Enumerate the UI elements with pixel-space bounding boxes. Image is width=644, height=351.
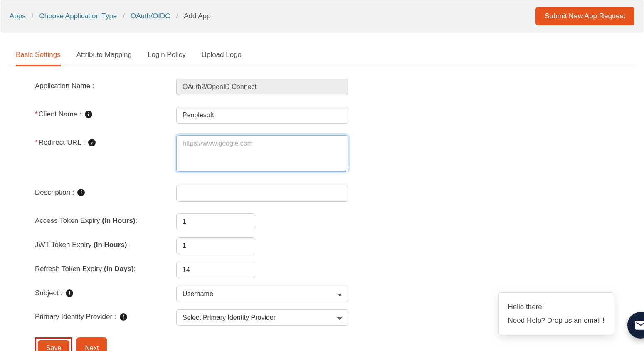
- label-application-name: Application Name :: [35, 79, 176, 90]
- breadcrumb-sep: /: [32, 12, 34, 20]
- application-name-value: OAuth2/OpenID Connect: [176, 79, 348, 95]
- label-redirect-url: *Redirect-URL : i: [35, 135, 176, 147]
- breadcrumb-choose-app-type[interactable]: Choose Application Type: [39, 12, 117, 20]
- save-button[interactable]: Save: [38, 340, 69, 351]
- access-token-expiry-input[interactable]: [176, 213, 255, 230]
- label-refresh-token-expiry: Refresh Token Expiry (In Days):: [35, 262, 176, 273]
- info-icon[interactable]: i: [77, 189, 85, 196]
- save-highlight: Save: [35, 337, 72, 351]
- tab-basic-settings[interactable]: Basic Settings: [16, 51, 61, 66]
- subject-select[interactable]: Username: [176, 286, 348, 302]
- tab-upload-logo[interactable]: Upload Logo: [202, 51, 242, 66]
- tab-login-policy[interactable]: Login Policy: [148, 51, 186, 66]
- mail-icon: [634, 319, 644, 332]
- breadcrumb-sep: /: [123, 12, 125, 20]
- refresh-token-expiry-input[interactable]: [176, 262, 255, 278]
- chat-line-2: Need Help? Drop us an email !: [508, 314, 605, 327]
- jwt-token-expiry-input[interactable]: [176, 237, 255, 254]
- breadcrumb-oauth-oidc[interactable]: OAuth/OIDC: [131, 12, 170, 20]
- chat-line-1: Hello there!: [508, 300, 605, 314]
- label-jwt-token-expiry: JWT Token Expiry (In Hours):: [35, 237, 176, 249]
- button-row: Save Next: [8, 337, 636, 351]
- description-input[interactable]: [176, 185, 348, 202]
- breadcrumb-bar: Apps / Choose Application Type / OAuth/O…: [1, 0, 643, 32]
- info-icon[interactable]: i: [66, 289, 73, 297]
- breadcrumb-apps[interactable]: Apps: [10, 12, 26, 20]
- next-button[interactable]: Next: [76, 337, 107, 351]
- info-icon[interactable]: i: [88, 139, 96, 146]
- info-icon[interactable]: i: [120, 313, 127, 321]
- breadcrumb: Apps / Choose Application Type / OAuth/O…: [10, 12, 210, 20]
- label-client-name: *Client Name : i: [35, 107, 176, 119]
- label-subject: Subject : i: [35, 286, 176, 297]
- chat-popup: Hello there! Need Help? Drop us an email…: [498, 292, 614, 335]
- primary-idp-select[interactable]: Select Primary Identity Provider: [176, 309, 348, 326]
- redirect-url-textarea[interactable]: <span class="blurred-text"></span>: [176, 135, 348, 172]
- tabs: Basic Settings Attribute Mapping Login P…: [8, 51, 636, 66]
- breadcrumb-sep: /: [176, 12, 178, 20]
- info-icon[interactable]: i: [85, 111, 92, 118]
- required-marker: *: [35, 110, 38, 119]
- breadcrumb-current: Add App: [184, 12, 210, 20]
- client-name-input[interactable]: [176, 107, 348, 124]
- required-marker: *: [35, 138, 38, 147]
- tab-attribute-mapping[interactable]: Attribute Mapping: [76, 51, 132, 66]
- submit-new-app-request-button[interactable]: Submit New App Request: [535, 7, 634, 25]
- label-access-token-expiry: Access Token Expiry (In Hours):: [35, 213, 176, 225]
- label-description: Description : i: [35, 185, 176, 197]
- label-primary-idp: Primary Identity Provider : i: [35, 309, 176, 321]
